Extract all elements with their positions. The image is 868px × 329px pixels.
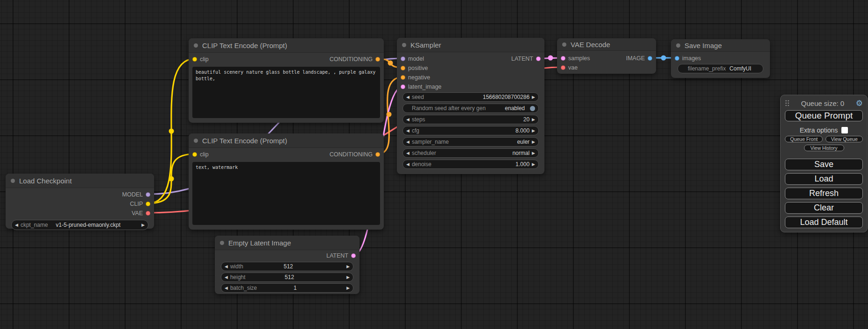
output-port-model: MODEL (6, 190, 154, 199)
toggle-indicator[interactable] (530, 106, 535, 111)
increment-arrow-icon[interactable]: ▶ (532, 129, 535, 133)
output-label: VAE (132, 210, 143, 217)
input-port-dot-clip[interactable] (192, 57, 197, 62)
widget-height[interactable]: ◀ height 512 ▶ (221, 273, 353, 282)
decrement-arrow-icon[interactable]: ◀ (406, 118, 409, 122)
widget-batch-size[interactable]: ◀ batch_size 1 ▶ (221, 283, 353, 293)
widget-scheduler[interactable]: ◀ scheduler normal ▶ (402, 148, 539, 158)
decrement-arrow-icon[interactable]: ◀ (406, 129, 409, 133)
input-port-dot-samples[interactable] (561, 56, 565, 61)
node-clip-text-encode-positive[interactable]: CLIP Text Encode (Prompt) clip CONDITION… (189, 38, 384, 123)
increment-arrow-icon[interactable]: ▶ (532, 95, 535, 99)
input-label: samples (568, 55, 590, 62)
extra-options-checkbox[interactable] (841, 127, 848, 133)
node-collapse-dot[interactable] (194, 43, 198, 48)
node-title-bar[interactable]: Save Image (671, 39, 770, 52)
output-port-dot-latent[interactable] (536, 56, 541, 61)
input-port-dot[interactable] (401, 75, 405, 80)
clear-button[interactable]: Clear (785, 202, 863, 214)
input-port-dot-clip[interactable] (192, 152, 197, 157)
increment-arrow-icon[interactable]: ▶ (532, 140, 535, 144)
output-port-dot-image[interactable] (648, 56, 652, 61)
view-queue-button[interactable]: View Queue (826, 136, 863, 142)
increment-arrow-icon[interactable]: ▶ (141, 223, 145, 227)
node-title-bar[interactable]: KSampler (397, 38, 544, 52)
decrement-arrow-icon[interactable]: ◀ (225, 275, 228, 280)
increment-arrow-icon[interactable]: ▶ (346, 275, 350, 280)
node-title-bar[interactable]: CLIP Text Encode (Prompt) (189, 38, 384, 53)
input-port-vae: vae (557, 63, 656, 72)
increment-arrow-icon[interactable]: ▶ (532, 118, 535, 122)
decrement-arrow-icon[interactable]: ◀ (225, 265, 228, 269)
node-collapse-dot[interactable] (11, 179, 15, 183)
input-port-dot[interactable] (401, 84, 405, 89)
output-port-dot[interactable] (146, 202, 150, 206)
settings-gear-icon[interactable]: ⚙ (856, 99, 863, 107)
widget-ckpt-name[interactable]: ◀ ckpt_name v1-5-pruned-emaonly.ckpt ▶ (11, 220, 148, 230)
input-port-dot-model[interactable] (401, 56, 405, 61)
increment-arrow-icon[interactable]: ▶ (532, 162, 535, 167)
node-title-bar[interactable]: Empty Latent Image (215, 236, 360, 250)
input-port-dot[interactable] (675, 56, 679, 61)
node-empty-latent-image[interactable]: Empty Latent Image LATENT ◀ width 512 ▶ … (215, 236, 360, 294)
save-button[interactable]: Save (785, 159, 863, 170)
widget-label: filename_prefix (688, 65, 726, 72)
prompt-textarea[interactable]: text, watermark (192, 162, 380, 225)
node-collapse-dot[interactable] (220, 241, 224, 245)
node-load-checkpoint[interactable]: Load Checkpoint MODEL CLIP VAE ◀ ckpt_na… (6, 174, 154, 229)
input-port-dot[interactable] (561, 65, 565, 70)
node-ksampler[interactable]: KSampler model LATENT positive negative … (397, 38, 544, 174)
node-title-bar[interactable]: Load Checkpoint (6, 174, 154, 188)
widget-value: 512 (283, 263, 293, 270)
node-title-bar[interactable]: CLIP Text Encode (Prompt) (189, 133, 384, 148)
widget-label: batch_size (230, 285, 257, 291)
widget-seed[interactable]: ◀ seed 156680208700286 ▶ (402, 92, 539, 102)
decrement-arrow-icon[interactable]: ◀ (406, 95, 409, 99)
increment-arrow-icon[interactable]: ▶ (346, 286, 350, 290)
output-label: MODEL (122, 191, 143, 198)
decrement-arrow-icon[interactable]: ◀ (406, 162, 409, 167)
decrement-arrow-icon[interactable]: ◀ (406, 151, 409, 155)
decrement-arrow-icon[interactable]: ◀ (406, 140, 409, 144)
widget-cfg[interactable]: ◀ cfg 8.000 ▶ (402, 126, 539, 135)
increment-arrow-icon[interactable]: ▶ (346, 265, 350, 269)
view-history-button[interactable]: View History (804, 145, 844, 151)
load-button[interactable]: Load (785, 173, 863, 185)
node-collapse-dot[interactable] (676, 43, 680, 48)
widget-random-seed-toggle[interactable]: Random seed after every gen enabled (402, 104, 539, 113)
decrement-arrow-icon[interactable]: ◀ (225, 286, 228, 290)
comfyui-canvas[interactable]: Load Checkpoint MODEL CLIP VAE ◀ ckpt_na… (0, 0, 868, 329)
node-collapse-dot[interactable] (194, 139, 198, 143)
increment-arrow-icon[interactable]: ▶ (532, 151, 535, 155)
widget-sampler-name[interactable]: ◀ sampler_name euler ▶ (402, 137, 539, 147)
node-collapse-dot[interactable] (562, 42, 566, 47)
prompt-textarea[interactable]: beautiful scenery nature glass bottle la… (192, 67, 380, 118)
control-panel: Queue size: 0 ⚙ Queue Prompt Extra optio… (780, 95, 868, 232)
node-title: Save Image (685, 42, 722, 49)
widget-width[interactable]: ◀ width 512 ▶ (221, 262, 353, 271)
output-port-dot[interactable] (351, 253, 356, 258)
widget-value: enabled (505, 105, 525, 112)
drag-handle[interactable] (785, 99, 790, 107)
node-collapse-dot[interactable] (402, 43, 406, 47)
widget-filename-prefix[interactable]: filename_prefix ComfyUI (677, 64, 763, 73)
refresh-button[interactable]: Refresh (785, 188, 863, 199)
widget-steps[interactable]: ◀ steps 20 ▶ (402, 115, 539, 124)
widget-value: euler (517, 139, 529, 145)
node-vae-decode[interactable]: VAE Decode samples IMAGE vae (557, 38, 656, 74)
output-port-dot[interactable] (146, 211, 150, 216)
decrement-arrow-icon[interactable]: ◀ (15, 223, 18, 227)
widget-denoise[interactable]: ◀ denoise 1.000 ▶ (402, 160, 539, 169)
queue-prompt-button[interactable]: Queue Prompt (785, 110, 863, 121)
input-port-dot[interactable] (401, 66, 405, 70)
node-title-bar[interactable]: VAE Decode (557, 38, 656, 51)
load-default-button[interactable]: Load Default (785, 217, 863, 228)
queue-front-button[interactable]: Queue Front (785, 136, 823, 142)
output-port-dot-conditioning[interactable] (375, 152, 380, 157)
node-clip-text-encode-negative[interactable]: CLIP Text Encode (Prompt) clip CONDITION… (189, 133, 384, 230)
node-save-image[interactable]: Save Image images filename_prefix ComfyU… (671, 39, 770, 78)
output-port-dot[interactable] (146, 192, 150, 197)
widget-value: v1-5-pruned-emaonly.ckpt (56, 222, 121, 228)
input-label: clip (200, 56, 209, 63)
output-port-dot-conditioning[interactable] (375, 57, 380, 62)
